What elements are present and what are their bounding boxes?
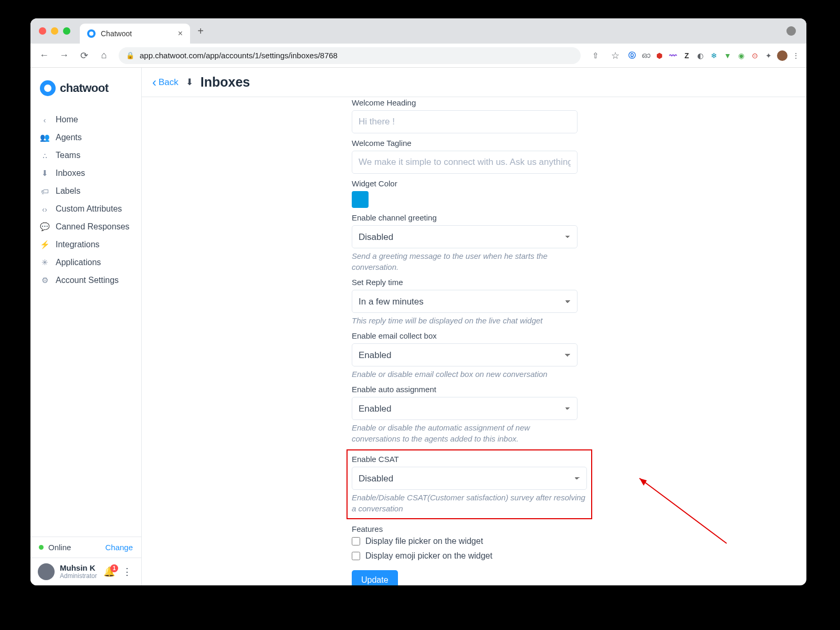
ext-circle-icon[interactable]: ◐ [695,50,706,61]
email-collect-select[interactable]: Enabled [352,343,578,366]
nav-label: Labels [56,186,80,196]
titlebar: Chatwoot × + [30,18,806,44]
sidebar: chatwoot ‹Home 👥Agents ⛬Teams ⬇Inboxes 🏷… [30,68,142,585]
chrome-menu-icon[interactable]: ⋮ [791,50,801,61]
address-bar[interactable]: 🔒 app.chatwoot.com/app/accounts/1/settin… [119,47,581,64]
nav-label: Account Settings [56,276,119,285]
reply-time-label: Set Reply time [352,278,578,287]
channel-greeting-label: Enable channel greeting [352,213,578,222]
new-tab-button[interactable]: + [193,24,208,38]
nav-account-settings[interactable]: ⚙Account Settings [33,271,139,289]
sidebar-footer: Online Change Muhsin K Administrator 🔔1 … [30,537,141,585]
user-avatar[interactable] [38,563,55,580]
back-link[interactable]: Back [152,77,178,88]
home-button[interactable]: ⌂ [96,47,112,64]
ext-profile-icon[interactable] [777,50,788,61]
inbox-settings-form: Welcome Heading Welcome Tagline Widget C… [352,97,578,585]
ext-puzzle-icon[interactable]: ✦ [763,50,774,61]
field-email-collect: Enable email collect box Enabled Enable … [352,331,578,380]
close-window-button[interactable] [39,27,46,35]
nav-label: Integrations [56,240,100,249]
feature-emoji-row: Display emoji picker on the widget [352,551,578,561]
ext-grammarly-icon[interactable]: ◉ [736,50,747,61]
logo-text: chatwoot [60,81,109,95]
nav-list: ‹Home 👥Agents ⛬Teams ⬇Inboxes 🏷Labels ‹›… [30,111,141,289]
welcome-heading-label: Welcome Heading [352,98,578,107]
change-status-link[interactable]: Change [105,543,133,552]
field-auto-assignment: Enable auto assignment Enabled Enable or… [352,385,578,444]
maximize-window-button[interactable] [63,27,70,35]
page-header: Back ⬇ Inboxes [142,68,806,97]
channel-greeting-select[interactable]: Disabled [352,225,578,248]
close-tab-icon[interactable]: × [178,29,183,38]
nav-labels[interactable]: 🏷Labels [33,182,139,200]
chevron-left-icon: ‹ [40,116,49,124]
auto-assignment-select[interactable]: Enabled [352,397,578,420]
inbox-icon: ⬇ [40,169,49,178]
nav-teams[interactable]: ⛬Teams [33,146,139,164]
logo-mark-icon [40,80,56,96]
email-collect-label: Enable email collect box [352,331,578,340]
nav-label: Custom Attributes [56,204,122,214]
ext-shield-icon[interactable]: ⬢ [654,50,665,61]
ext-record-icon[interactable]: ⊙ [750,50,760,61]
tag-icon: 🏷 [40,187,49,196]
status-row[interactable]: Online Change [30,537,141,558]
reload-button[interactable]: ⟳ [76,47,92,64]
user-role: Administrator [60,573,98,580]
field-csat: Enable CSAT Disabled Enable/Disable CSAT… [352,455,587,514]
nav-custom-attributes[interactable]: ‹›Custom Attributes [33,200,139,218]
team-icon: ⛬ [40,151,49,160]
ext-wave-icon[interactable]: 〰 [668,50,678,61]
people-icon: 👥 [40,133,49,142]
nav-back-button[interactable]: ← [36,47,52,64]
update-button[interactable]: Update [352,570,398,585]
share-icon[interactable]: ⇧ [587,47,604,64]
nav-label: Inboxes [56,169,85,178]
nav-agents[interactable]: 👥Agents [33,129,139,146]
reply-time-select[interactable]: In a few minutes [352,290,578,313]
titlebar-avatar[interactable] [786,26,796,36]
bookmark-star-icon[interactable]: ☆ [607,47,624,64]
feature-emoji-label: Display emoji picker on the widget [365,551,492,561]
ext-z-icon[interactable]: Z [681,50,692,61]
nav-canned-responses[interactable]: 💬Canned Responses [33,218,139,236]
nav-applications[interactable]: ✳Applications [33,254,139,271]
nav-forward-button[interactable]: → [56,47,72,64]
csat-select[interactable]: Disabled [352,467,587,490]
nav-inboxes[interactable]: ⬇Inboxes [33,164,139,182]
minimize-window-button[interactable] [51,27,58,35]
browser-tab[interactable]: Chatwoot × [80,24,190,44]
content-scroll[interactable]: Welcome Heading Welcome Tagline Widget C… [142,97,806,585]
welcome-heading-input[interactable] [352,110,578,133]
chat-icon: 💬 [40,222,49,232]
feature-emoji-checkbox[interactable] [352,552,360,560]
csat-label: Enable CSAT [352,455,587,464]
nav-home[interactable]: ‹Home [33,111,139,129]
field-widget-color: Widget Color [352,179,578,208]
welcome-tagline-input[interactable] [352,151,578,174]
nav-label: Home [56,115,78,124]
reply-time-hint: This reply time will be displayed on the… [352,315,578,326]
main: Back ⬇ Inboxes Welcome Heading Welcome T… [142,68,806,585]
tab-favicon [87,29,96,38]
widget-color-swatch[interactable] [352,191,369,208]
ext-vue-icon[interactable]: ▼ [722,50,733,61]
ext-lang-icon[interactable]: ഓ [640,50,651,61]
feature-file-checkbox[interactable] [352,537,360,545]
ext-snowflake-icon[interactable]: ❄ [709,50,719,61]
field-reply-time: Set Reply time In a few minutes This rep… [352,278,578,326]
url-text: app.chatwoot.com/app/accounts/1/settings… [140,51,338,60]
browser-toolbar: ← → ⟳ ⌂ 🔒 app.chatwoot.com/app/accounts/… [30,44,806,68]
nav-label: Agents [56,133,82,142]
status-dot-icon [39,545,44,550]
user-menu-icon[interactable]: ⋮ [120,566,134,578]
field-welcome-tagline: Welcome Tagline [352,139,578,174]
logo[interactable]: chatwoot [30,68,141,111]
notifications-icon[interactable]: 🔔1 [103,566,115,578]
tab-title: Chatwoot [101,29,173,38]
nav-integrations[interactable]: ⚡Integrations [33,236,139,254]
ext-1password-icon[interactable]: ⓪ [627,50,637,61]
field-features: Features Display file picker on the widg… [352,524,578,561]
app-frame: chatwoot ‹Home 👥Agents ⛬Teams ⬇Inboxes 🏷… [30,68,806,585]
